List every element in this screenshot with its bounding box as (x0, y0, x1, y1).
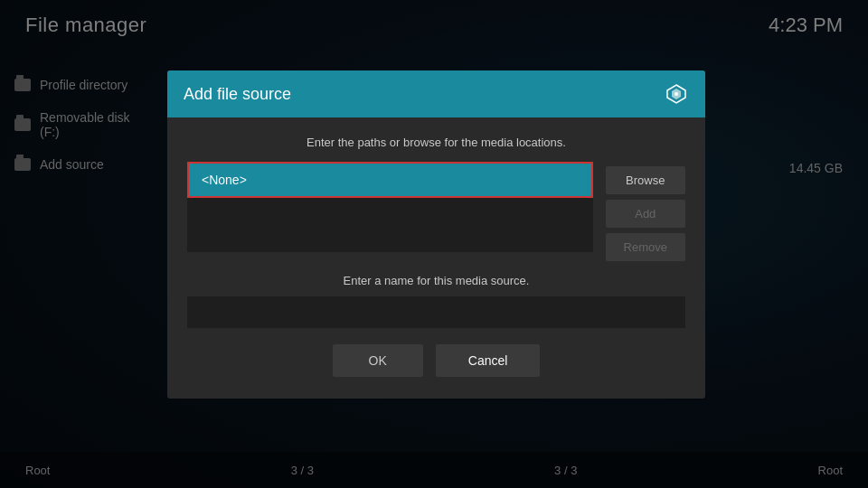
path-input-wrapper: <None> (187, 162, 593, 265)
path-none-button[interactable]: <None> (187, 162, 593, 198)
add-file-source-dialog: Add file source Enter the paths or brows… (167, 70, 705, 399)
dialog-title: Add file source (184, 85, 291, 104)
path-none-label: <None> (202, 173, 247, 187)
remove-button[interactable]: Remove (606, 233, 685, 261)
browse-button[interactable]: Browse (606, 166, 685, 194)
paths-list (187, 198, 593, 252)
dialog-header: Add file source (167, 70, 705, 117)
source-name-input[interactable] (187, 296, 685, 328)
dialog-footer: OK Cancel (187, 344, 685, 380)
cancel-button[interactable]: Cancel (436, 344, 541, 377)
path-row: <None> Browse Add Remove (187, 162, 685, 265)
dialog-instruction: Enter the paths or browse for the media … (187, 136, 685, 149)
kodi-logo-icon (664, 81, 689, 107)
add-button[interactable]: Add (606, 200, 685, 228)
ok-button[interactable]: OK (333, 344, 423, 377)
svg-point-2 (675, 92, 678, 96)
action-buttons: Browse Add Remove (606, 166, 685, 261)
dialog-instruction2: Enter a name for this media source. (187, 274, 685, 287)
dialog-body: Enter the paths or browse for the media … (167, 117, 705, 399)
